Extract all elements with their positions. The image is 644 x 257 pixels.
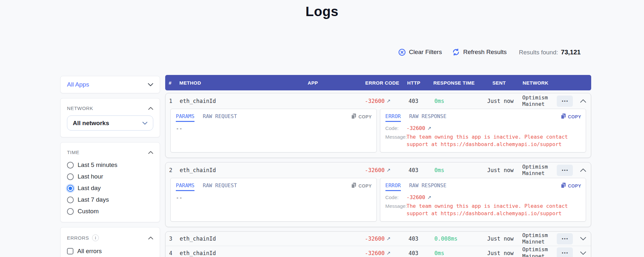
row-http-status: 403 — [399, 235, 428, 242]
col-header-network: NETWORK — [518, 80, 554, 86]
radio-icon[interactable] — [67, 197, 74, 203]
col-header-http: HTTP — [399, 80, 428, 86]
row-expand-toggle[interactable] — [580, 99, 586, 103]
col-header-number: # — [165, 80, 179, 86]
radio-icon[interactable] — [67, 162, 74, 169]
results-count: 73,121 — [561, 49, 581, 56]
ellipsis-icon: ••• — [561, 168, 569, 173]
row-sent: Just now — [479, 167, 518, 173]
row-response-time: 0ms — [428, 250, 479, 256]
errors-options: All errors — [67, 247, 153, 255]
copy-response-button[interactable]: COPY — [561, 182, 581, 189]
apps-filter-value: All Apps — [67, 81, 89, 88]
chevron-up-icon — [580, 168, 586, 172]
logs-table-header: # METHOD APP ERROR CODE HTTP RESPONSE TI… — [165, 75, 591, 90]
row-http-status: 403 — [399, 250, 428, 256]
error-code-link[interactable]: -32600 ↗ — [407, 125, 431, 131]
network-select[interactable]: All networks — [67, 115, 153, 131]
tab-params[interactable]: PARAMS — [176, 182, 194, 191]
row-more-button[interactable]: ••• — [557, 233, 573, 244]
row-more-button[interactable]: ••• — [557, 247, 573, 257]
copy-icon — [561, 113, 566, 120]
tab-raw-response[interactable]: RAW RESPONSE — [409, 113, 447, 122]
row-error-code: -32600 — [365, 235, 384, 242]
filters-sidebar: All Apps NETWORK All networks TIME — [60, 76, 160, 257]
error-code-value: -32600 — [407, 194, 425, 200]
refresh-results-button[interactable]: Refresh Results — [452, 48, 507, 56]
copy-label: COPY — [568, 114, 581, 119]
copy-icon — [351, 113, 356, 120]
row-expand-toggle[interactable] — [580, 168, 586, 172]
response-panel: ERROR RAW RESPONSE COPY Code: -32600 ↗ — [380, 109, 586, 152]
copy-request-button[interactable]: COPY — [351, 182, 372, 189]
table-rows: 1 eth_chainId -32600 ↗ 403 0ms Just now … — [165, 93, 591, 257]
tab-error[interactable]: ERROR — [385, 113, 401, 122]
copy-icon — [351, 182, 356, 189]
row-number: 2 — [166, 167, 180, 173]
row-error-code-link[interactable]: -32600 ↗ — [351, 98, 399, 104]
params-value: -- — [176, 194, 182, 201]
row-error-code-link[interactable]: -32600 ↗ — [351, 167, 399, 173]
apps-filter-dropdown[interactable]: All Apps — [60, 76, 160, 93]
row-number: 4 — [166, 250, 180, 256]
time-option-last-5-minutes[interactable]: Last 5 minutes — [67, 161, 153, 169]
row-error-code: -32600 — [365, 250, 384, 256]
row-error-code-link[interactable]: -32600 ↗ — [351, 235, 399, 242]
time-option-last-7-days[interactable]: Last 7 days — [67, 196, 153, 204]
tab-raw-request[interactable]: RAW REQUEST — [203, 182, 237, 191]
time-option-last-hour[interactable]: Last hour — [67, 172, 153, 181]
col-header-error-code: ERROR CODE — [351, 80, 399, 86]
tab-params[interactable]: PARAMS — [176, 113, 194, 122]
radio-icon[interactable] — [67, 173, 74, 180]
table-row[interactable]: 4 eth_chainId -32600 ↗ 403 0ms Just now … — [166, 246, 591, 257]
tab-raw-response[interactable]: RAW RESPONSE — [409, 182, 447, 191]
copy-response-button[interactable]: COPY — [561, 113, 581, 120]
results-found-label: Results found: — [519, 49, 558, 56]
row-error-code-link[interactable]: -32600 ↗ — [351, 250, 399, 256]
network-section-header[interactable]: NETWORK — [67, 106, 153, 111]
request-panel: PARAMS RAW REQUEST COPY -- — [170, 109, 377, 152]
row-network: Optimism Mainnet — [518, 232, 554, 245]
errors-section-header[interactable]: ERRORS i — [67, 234, 153, 241]
network-filter-card: NETWORK All networks — [60, 98, 160, 137]
log-detail: PARAMS RAW REQUEST COPY -- ERROR RAW RES… — [166, 109, 591, 158]
page-title: Logs — [0, 4, 644, 19]
errors-option-all-errors[interactable]: All errors — [67, 247, 153, 255]
copy-label: COPY — [358, 114, 372, 119]
external-link-arrow-icon: ↗ — [386, 98, 391, 104]
row-sent: Just now — [479, 98, 518, 104]
time-section-header[interactable]: TIME — [67, 150, 153, 155]
tab-error[interactable]: ERROR — [385, 182, 401, 191]
radio-icon[interactable] — [67, 208, 74, 215]
log-row-group: 2 eth_chainId -32600 ↗ 403 0ms Just now … — [165, 162, 591, 227]
copy-label: COPY — [568, 183, 581, 188]
time-filter-card: TIME Last 5 minutes Last hour Last day L… — [60, 142, 160, 222]
checkbox-icon[interactable] — [67, 248, 73, 254]
clear-filters-button[interactable]: Clear Filters — [398, 49, 442, 56]
copy-request-button[interactable]: COPY — [351, 113, 372, 120]
col-header-sent: SENT — [480, 80, 518, 86]
row-more-button[interactable]: ••• — [557, 96, 573, 107]
time-option-custom[interactable]: Custom — [67, 207, 153, 216]
row-network: Optimism Mainnet — [518, 246, 554, 257]
external-link-arrow-icon: ↗ — [427, 125, 431, 131]
table-row[interactable]: 2 eth_chainId -32600 ↗ 403 0ms Just now … — [166, 162, 591, 178]
table-row[interactable]: 3 eth_chainId -32600 ↗ 403 0.008ms Just … — [166, 232, 591, 246]
row-http-status: 403 — [399, 167, 428, 173]
response-panel: ERROR RAW RESPONSE COPY Code: -32600 ↗ — [380, 178, 586, 222]
error-message-value: The team owning this app is inactive. Pl… — [407, 203, 581, 217]
errors-section-title: ERRORS — [67, 235, 89, 241]
info-icon[interactable]: i — [92, 234, 99, 241]
tab-raw-request[interactable]: RAW REQUEST — [203, 113, 237, 122]
row-more-button[interactable]: ••• — [557, 165, 573, 176]
col-header-app: APP — [275, 80, 351, 86]
table-row[interactable]: 1 eth_chainId -32600 ↗ 403 0ms Just now … — [166, 93, 591, 109]
time-option-last-day[interactable]: Last day — [67, 184, 153, 192]
radio-icon[interactable] — [67, 185, 74, 192]
row-expand-toggle[interactable] — [580, 251, 586, 255]
copy-label: COPY — [358, 183, 372, 188]
copy-icon — [561, 182, 566, 189]
row-expand-toggle[interactable] — [580, 237, 586, 241]
network-section-title: NETWORK — [67, 106, 93, 111]
error-code-link[interactable]: -32600 ↗ — [407, 194, 431, 200]
